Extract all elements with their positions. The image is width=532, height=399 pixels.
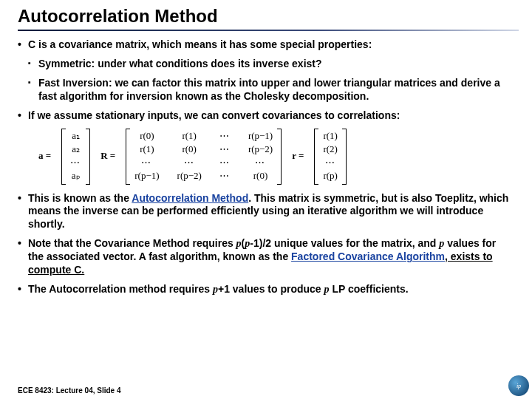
R-cell: r(p−2) [248, 143, 273, 156]
R-cell: r(1) [134, 143, 159, 156]
R-cell: r(0) [177, 143, 202, 156]
vector-a: a₁ a₂ ⋯ aₚ [61, 129, 90, 185]
text: The Autocorrelation method requires [28, 283, 213, 295]
R-cell: r(0) [248, 170, 273, 183]
text: This is known as the [28, 192, 132, 204]
r-cell: r(p) [323, 170, 338, 183]
matrix-R-label: R = [100, 150, 115, 163]
expr: p [213, 284, 218, 295]
text: LP coefficients. [330, 283, 409, 295]
bullet-1: C is a covariance matrix, which means it… [18, 38, 514, 52]
R-cell: r(1) [177, 130, 202, 143]
term-factored-cov: Factored Covariance Algorithm [291, 250, 445, 262]
a-cell: a₁ [70, 130, 81, 143]
vector-a-label: a = [38, 150, 51, 163]
r-cell: r(1) [323, 130, 338, 143]
R-cell: ⋯ [177, 157, 202, 169]
text: Note that the Covariance Method requires [28, 237, 236, 249]
a-cell: ⋯ [70, 157, 81, 169]
expr: p [324, 284, 330, 295]
R-cell: ⋯ [248, 157, 273, 169]
R-cell: r(p−1) [134, 170, 159, 183]
vector-r: r(1) r(2) ⋯ r(p) [314, 129, 347, 185]
bullet-2: If we assume stationary inputs, we can c… [18, 109, 514, 123]
R-cell: r(p−2) [177, 170, 202, 183]
bullet-4: Note that the Covariance Method requires… [18, 237, 514, 277]
slide-footer: ECE 8423: Lecture 04, Slide 4 [18, 386, 121, 395]
expr: +1 [218, 283, 230, 295]
bullet-1a: Symmetric: under what conditions does it… [28, 58, 514, 71]
matrix-equations: a = a₁ a₂ ⋯ aₚ R = r(0) r(1) ⋯ r(p−1) r(… [38, 129, 514, 185]
R-cell: ⋯ [219, 143, 231, 156]
R-cell: r(p−1) [248, 130, 273, 143]
logo-text: ip [516, 383, 521, 389]
r-cell: ⋯ [323, 157, 338, 169]
bullet-3: This is known as the Autocorrelation Met… [18, 192, 514, 232]
text: values to produce [230, 283, 324, 295]
R-cell: ⋯ [219, 157, 231, 169]
R-cell: ⋯ [219, 170, 231, 183]
R-cell: ⋯ [219, 130, 231, 143]
title-rule [18, 30, 519, 31]
vector-r-label: r = [292, 150, 304, 163]
text: unique values for the matrix, and [271, 237, 439, 249]
matrix-R: r(0) r(1) ⋯ r(p−1) r(1) r(0) ⋯ r(p−2) ⋯ … [126, 129, 282, 185]
r-cell: r(2) [323, 143, 338, 156]
bullet-1b: Fast Inversion: we can factor this matri… [28, 77, 514, 103]
term-autocorrelation: Autocorrelation Method [132, 192, 248, 204]
expr: -1)/2 [250, 237, 271, 249]
R-cell: ⋯ [134, 157, 159, 169]
a-cell: a₂ [70, 143, 81, 156]
slide-content: C is a covariance matrix, which means it… [0, 38, 532, 296]
bullet-5: The Autocorrelation method requires p+1 … [18, 283, 514, 296]
a-cell: aₚ [70, 170, 81, 183]
slide-title: Autocorrelation Method [0, 0, 532, 30]
logo-icon: ip [508, 375, 529, 396]
R-cell: r(0) [134, 130, 159, 143]
expr: p [236, 238, 242, 249]
